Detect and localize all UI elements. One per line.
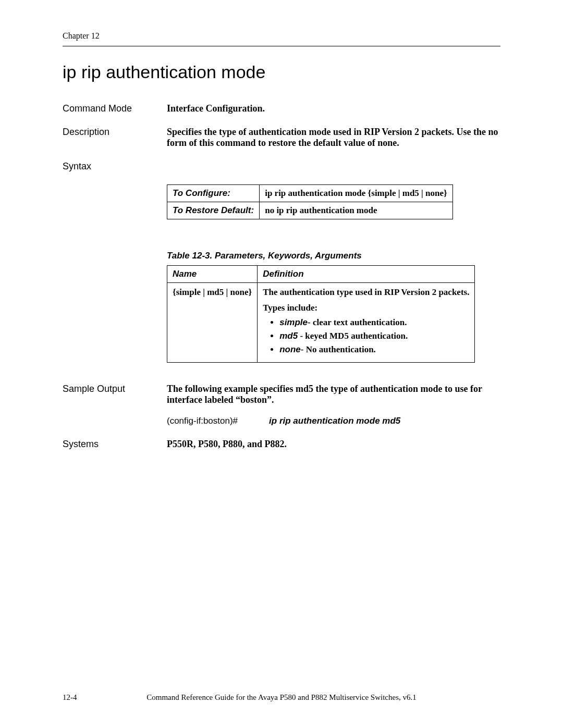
syntax-configure-value: ip rip authentication mode {simple | md5…	[260, 185, 453, 202]
param-row: {simple | md5 | none} The authentication…	[167, 283, 475, 363]
footer-title: Command Reference Guide for the Avaya P5…	[63, 693, 500, 702]
description-label: Description	[63, 127, 167, 138]
param-header-row: Name Definition	[167, 266, 475, 283]
sample-output-command: ip rip authentication mode md5	[269, 416, 400, 426]
syntax-configure-label: To Configure:	[167, 185, 260, 202]
param-def-lead: The authentication type used in RIP Vers…	[263, 287, 469, 298]
param-type-md5: md5 - keyed MD5 authentication.	[279, 331, 469, 341]
param-type-md5-text: keyed MD5 authentication.	[305, 331, 408, 341]
param-type-md5-sep: -	[298, 331, 305, 341]
description-row: Description Specifies the type of authen…	[63, 127, 500, 149]
page: Chapter 12 ip rip authentication mode Co…	[0, 0, 563, 450]
sample-output-row: Sample Output The following example spec…	[63, 384, 500, 426]
param-name: {simple | md5 | none}	[167, 283, 258, 363]
syntax-row: Syntax	[63, 161, 500, 172]
syntax-row-restore: To Restore Default: no ip rip authentica…	[167, 202, 453, 219]
param-table: Name Definition {simple | md5 | none} Th…	[167, 265, 475, 363]
param-table-caption: Table 12-3. Parameters, Keywords, Argume…	[167, 251, 500, 261]
sample-output-value: The following example specifies md5 the …	[167, 384, 500, 426]
param-type-none: none- No authentication.	[279, 344, 469, 355]
command-mode-value: Interface Configuration.	[167, 103, 500, 114]
param-type-none-sep: -	[301, 344, 306, 354]
sample-output-lead: The following example specifies md5 the …	[167, 384, 500, 405]
syntax-label: Syntax	[63, 161, 167, 172]
systems-row: Systems P550R, P580, P880, and P882.	[63, 439, 500, 450]
command-mode-label: Command Mode	[63, 103, 167, 114]
chapter-label: Chapter 12	[63, 31, 500, 41]
sample-output-label: Sample Output	[63, 384, 167, 394]
page-title: ip rip authentication mode	[63, 62, 500, 82]
param-type-none-kw: none	[279, 344, 301, 354]
syntax-restore-label: To Restore Default:	[167, 202, 260, 219]
param-definition: The authentication type used in RIP Vers…	[258, 283, 475, 363]
systems-label: Systems	[63, 439, 167, 450]
param-type-simple-kw: simple	[279, 317, 308, 327]
sample-output-prompt: (config-if:boston)#	[167, 416, 238, 426]
sample-output-cmdline: (config-if:boston)# ip rip authenticatio…	[167, 416, 500, 426]
param-def-sub: Types include:	[263, 303, 469, 313]
header-rule	[63, 46, 500, 46]
param-type-simple-sep: -	[308, 317, 313, 327]
syntax-table: To Configure: ip rip authentication mode…	[167, 184, 453, 219]
param-type-simple: simple- clear text authentication.	[279, 317, 469, 328]
syntax-restore-value: no ip rip authentication mode	[260, 202, 453, 219]
description-value: Specifies the type of authentication mod…	[167, 127, 500, 149]
param-type-simple-text: clear text authentication.	[313, 317, 407, 327]
param-type-md5-kw: md5	[279, 331, 298, 341]
page-footer: 12-4 Command Reference Guide for the Ava…	[63, 693, 500, 702]
systems-value: P550R, P580, P880, and P882.	[167, 439, 500, 450]
param-header-name: Name	[167, 266, 258, 283]
param-type-none-text: No authentication.	[306, 344, 376, 354]
syntax-row-configure: To Configure: ip rip authentication mode…	[167, 185, 453, 202]
page-number: 12-4	[63, 693, 77, 702]
param-header-definition: Definition	[258, 266, 475, 283]
command-mode-row: Command Mode Interface Configuration.	[63, 103, 500, 114]
param-types-list: simple- clear text authentication. md5 -…	[271, 317, 469, 355]
